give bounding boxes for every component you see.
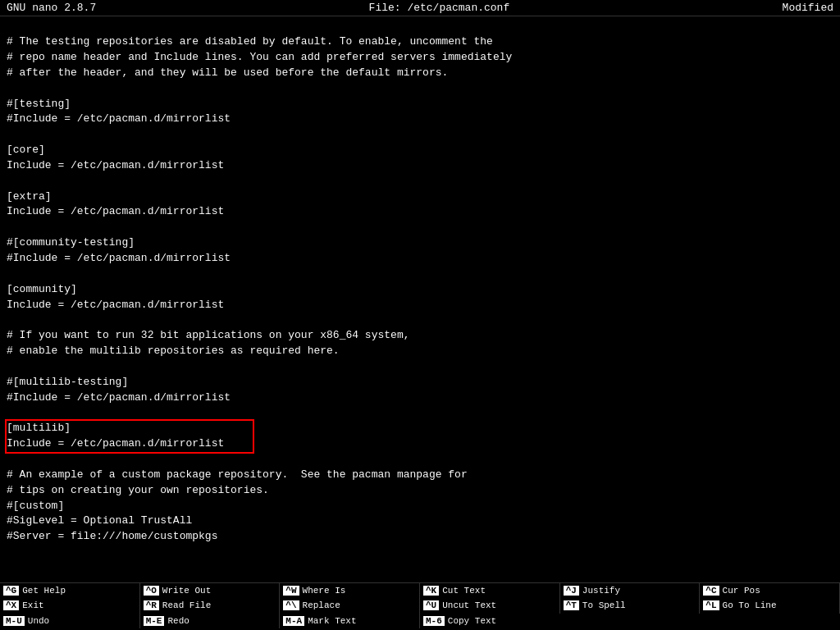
- label-to-spell: To Spell: [582, 600, 626, 611]
- editor[interactable]: # The testing repositories are disabled …: [0, 16, 840, 582]
- key-replace: ^\: [283, 600, 299, 610]
- footer-mark-text[interactable]: M-A Mark Text: [280, 614, 420, 628]
- footer-to-spell[interactable]: ^T To Spell: [560, 598, 701, 613]
- key-uncut-text: ^U: [423, 600, 439, 610]
- modified-status: Modified: [783, 2, 833, 14]
- footer-justify[interactable]: ^J Justify: [560, 583, 701, 598]
- footer-where-is[interactable]: ^W Where Is: [280, 583, 420, 598]
- label-go-to-line: Go To Line: [723, 600, 777, 611]
- label-where-is: Where Is: [303, 585, 346, 596]
- label-copy-text: Copy Text: [448, 615, 496, 627]
- key-get-help: ^G: [3, 586, 19, 596]
- footer-copy-text[interactable]: M-6 Copy Text: [420, 614, 560, 628]
- footer-redo[interactable]: M-E Redo: [140, 614, 281, 628]
- key-read-file: ^R: [144, 600, 159, 610]
- key-write-out: ^O: [144, 586, 159, 596]
- footer-cut-text[interactable]: ^K Cut Text: [420, 583, 560, 598]
- title-bar: GNU nano 2.8.7 File: /etc/pacman.conf Mo…: [0, 0, 840, 16]
- label-cur-pos: Cur Pos: [723, 585, 760, 596]
- label-uncut-text: Uncut Text: [442, 600, 496, 611]
- label-read-file: Read File: [162, 600, 211, 611]
- label-redo: Redo: [167, 615, 189, 627]
- key-go-to-line: ^L: [703, 600, 719, 610]
- footer-get-help[interactable]: ^G Get Help: [0, 583, 140, 598]
- footer-exit[interactable]: ^X Exit: [0, 598, 140, 613]
- key-cut-text: ^K: [423, 586, 439, 596]
- key-to-spell: ^T: [564, 600, 579, 610]
- key-justify: ^J: [564, 586, 579, 596]
- label-cut-text: Cut Text: [442, 585, 486, 596]
- label-undo: Undo: [28, 615, 49, 627]
- label-justify: Justify: [582, 585, 620, 596]
- footer-replace[interactable]: ^\ Replace: [280, 598, 420, 613]
- footer-write-out[interactable]: ^O Write Out: [140, 583, 281, 598]
- file-name: File: /etc/pacman.conf: [369, 2, 510, 14]
- app-name: GNU nano 2.8.7: [7, 2, 96, 14]
- key-where-is: ^W: [283, 586, 299, 596]
- key-exit: ^X: [3, 600, 19, 610]
- footer-bar: ^G Get Help ^O Write Out ^W Where Is ^K …: [0, 582, 840, 623]
- label-exit: Exit: [22, 600, 43, 611]
- key-copy-text: M-6: [423, 616, 445, 626]
- label-mark-text: Mark Text: [308, 615, 356, 627]
- key-mark-text: M-A: [283, 616, 304, 626]
- label-write-out: Write Out: [162, 585, 211, 596]
- label-replace: Replace: [303, 600, 340, 611]
- footer-undo[interactable]: M-U Undo: [0, 614, 140, 628]
- footer-uncut-text[interactable]: ^U Uncut Text: [420, 598, 560, 613]
- key-redo: M-E: [144, 616, 165, 626]
- footer-read-file[interactable]: ^R Read File: [140, 598, 281, 613]
- footer-cur-pos[interactable]: ^C Cur Pos: [700, 583, 840, 598]
- key-undo: M-U: [3, 616, 25, 626]
- footer-go-to-line[interactable]: ^L Go To Line: [700, 598, 840, 613]
- key-cur-pos: ^C: [703, 586, 719, 596]
- label-get-help: Get Help: [22, 585, 66, 596]
- editor-content: # The testing repositories are disabled …: [7, 34, 833, 545]
